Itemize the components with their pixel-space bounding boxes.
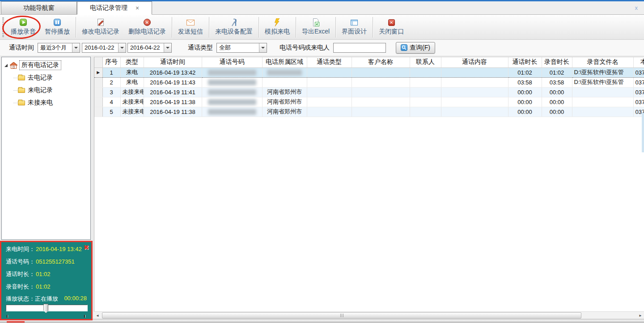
table-cell[interactable]: 00:00: [542, 107, 572, 117]
table-cell[interactable]: 4: [102, 97, 120, 107]
table-cell[interactable]: [352, 77, 410, 87]
table-cell[interactable]: 河南省郑州市: [262, 107, 307, 117]
close-window-button[interactable]: ✕ 关闭窗口: [374, 17, 408, 38]
table-cell[interactable]: [441, 107, 508, 117]
column-header[interactable]: 录音文件名: [572, 57, 633, 67]
table-cell[interactable]: 来电: [120, 77, 144, 87]
tree-item-missed-calls[interactable]: 未接来电: [2, 96, 90, 109]
table-cell[interactable]: 03:58: [508, 77, 542, 87]
table-cell[interactable]: 未接来电: [120, 107, 144, 117]
table-cell[interactable]: 河南省郑州市: [262, 87, 307, 97]
table-row[interactable]: 3未接来电2016-04-19 11:41河南省郑州市00:0000:00037: [94, 87, 644, 97]
tab-call-record-management[interactable]: 电话记录管理 ×: [77, 1, 152, 15]
table-cell[interactable]: [202, 77, 262, 87]
table-cell[interactable]: D:\亚拓软件\亚拓管: [572, 77, 633, 87]
table-cell[interactable]: 037: [633, 87, 644, 97]
table-cell[interactable]: 未接来电: [120, 97, 144, 107]
table-cell[interactable]: [410, 67, 441, 77]
tab-function-nav[interactable]: 功能导航窗: [1, 1, 77, 14]
column-header[interactable]: 本机: [633, 57, 644, 67]
tree-item-incoming-records[interactable]: 来电记录: [2, 84, 90, 96]
table-cell[interactable]: [410, 87, 441, 97]
table-cell[interactable]: [202, 107, 262, 117]
table-cell[interactable]: [202, 97, 262, 107]
table-cell[interactable]: [352, 97, 410, 107]
pause-playback-button[interactable]: 暂停播放: [40, 17, 74, 38]
chevron-down-icon[interactable]: [118, 43, 126, 52]
table-cell[interactable]: [307, 97, 352, 107]
table-cell[interactable]: [202, 87, 262, 97]
table-cell[interactable]: [352, 107, 410, 117]
time-range-select[interactable]: 最近3个月: [38, 43, 80, 53]
table-cell[interactable]: 01:02: [508, 67, 542, 77]
column-header[interactable]: 客户名称: [352, 57, 410, 67]
chevron-down-icon[interactable]: [164, 43, 171, 52]
call-type-select[interactable]: 全部: [216, 43, 267, 53]
table-row[interactable]: ▶1来电2016-04-19 13:4201:0201:02D:\亚拓软件\亚拓…: [94, 67, 644, 77]
column-header[interactable]: 通话内容: [441, 57, 508, 67]
table-cell[interactable]: 037: [633, 67, 644, 77]
table-cell[interactable]: 01:02: [542, 67, 572, 77]
table-cell[interactable]: 2016-04-19 11:38: [144, 97, 202, 107]
table-cell[interactable]: 00:00: [542, 87, 572, 97]
table-cell[interactable]: 5: [102, 107, 120, 117]
table-cell[interactable]: 2016-04-19 13:42: [144, 67, 202, 77]
export-excel-button[interactable]: 导出Excel: [297, 17, 334, 38]
chevron-down-icon[interactable]: [72, 43, 80, 52]
table-cell[interactable]: 00:00: [542, 97, 572, 107]
table-cell[interactable]: [441, 97, 508, 107]
column-header[interactable]: 通话类型: [307, 57, 352, 67]
table-cell[interactable]: [441, 77, 508, 87]
tabstrip-close-icon[interactable]: x: [635, 4, 644, 11]
scroll-left-arrow-icon[interactable]: ◄: [94, 312, 101, 319]
column-header[interactable]: 序号: [102, 57, 120, 67]
table-cell[interactable]: [572, 97, 633, 107]
edit-call-record-button[interactable]: 修改电话记录: [77, 17, 124, 38]
column-header[interactable]: 类型: [120, 57, 144, 67]
table-header-row[interactable]: 序号类型通话时间通话号码电话所属区域通话类型客户名称联系人通话内容通话时长录音时…: [94, 57, 644, 67]
row-indicator[interactable]: ▶: [94, 67, 102, 77]
table-cell[interactable]: 00:00: [508, 87, 542, 97]
tab-close-icon[interactable]: ×: [136, 5, 139, 11]
table-cell[interactable]: [572, 87, 633, 97]
table-cell[interactable]: [307, 67, 352, 77]
column-header[interactable]: 联系人: [410, 57, 441, 67]
playback-progress-slider[interactable]: [6, 305, 88, 311]
row-indicator[interactable]: [94, 77, 102, 87]
column-header[interactable]: 通话时长: [508, 57, 542, 67]
date-to-select[interactable]: 2016-04-22: [127, 43, 172, 53]
table-cell[interactable]: 3: [102, 87, 120, 97]
column-header[interactable]: 电话所属区域: [262, 57, 307, 67]
table-cell[interactable]: [410, 77, 441, 87]
table-cell[interactable]: 2016-04-19 11:38: [144, 107, 202, 117]
slider-thumb[interactable]: [43, 304, 48, 313]
vertical-scrollbar[interactable]: [642, 113, 644, 152]
tree-item-all-records[interactable]: 所有电话记录: [2, 59, 90, 71]
table-cell[interactable]: [262, 77, 307, 87]
table-cell[interactable]: [307, 87, 352, 97]
table-cell[interactable]: 河南省郑州市: [262, 97, 307, 107]
table-cell[interactable]: [441, 87, 508, 97]
search-input[interactable]: [333, 43, 386, 53]
tree-expand-icon[interactable]: [4, 64, 8, 67]
table-cell[interactable]: 未接来电: [120, 87, 144, 97]
row-indicator[interactable]: [94, 97, 102, 107]
table-cell[interactable]: [441, 67, 508, 77]
table-cell[interactable]: [410, 107, 441, 117]
table-row[interactable]: 5未接来电2016-04-19 11:38河南省郑州市00:0000:00037: [94, 107, 644, 117]
send-sms-button[interactable]: 发送短信: [174, 17, 208, 38]
row-indicator[interactable]: [94, 107, 102, 117]
table-cell[interactable]: [352, 87, 410, 97]
close-icon[interactable]: ✖: [83, 243, 89, 252]
table-cell[interactable]: 2016-04-19 11:41: [144, 87, 202, 97]
table-cell[interactable]: 037: [633, 97, 644, 107]
ui-design-button[interactable]: 界面设计: [337, 17, 371, 38]
table-cell[interactable]: [572, 107, 633, 117]
table-cell[interactable]: 037: [633, 77, 644, 87]
date-from-select[interactable]: 2016-01-22: [82, 43, 126, 53]
scrollbar-thumb[interactable]: [102, 312, 581, 319]
table-cell[interactable]: [410, 97, 441, 107]
table-cell[interactable]: 03:58: [542, 77, 572, 87]
table-cell[interactable]: [202, 67, 262, 77]
chevron-down-icon[interactable]: [259, 43, 267, 52]
